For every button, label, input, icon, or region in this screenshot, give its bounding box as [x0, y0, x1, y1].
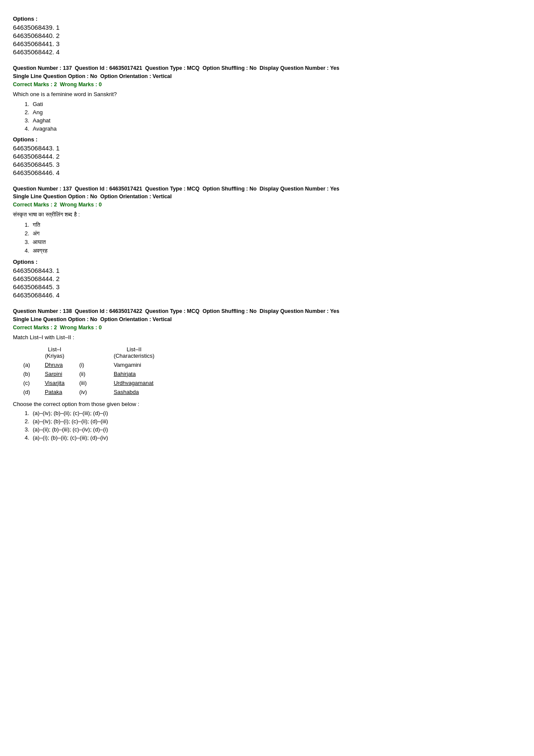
- table-row: (d) Pataka (iv) Sashabda: [22, 387, 168, 397]
- choose-text: Choose the correct option from those giv…: [13, 401, 521, 407]
- option-code-h445: 64635068445. 3: [13, 283, 521, 291]
- table-col1-header: List–I(Kriyas): [43, 345, 78, 360]
- q138-question: Match List–I with List–II :: [13, 334, 521, 341]
- option-num: 1.: [22, 101, 29, 107]
- option-code-2: 64635068440. 2: [13, 32, 521, 39]
- top-options-section: Options : 64635068439. 1 64635068440. 2 …: [13, 16, 521, 56]
- q137-hi-meta: Question Number : 137 Question Id : 6463…: [13, 185, 521, 201]
- list-item: 4.Avagraha: [22, 125, 521, 132]
- option-text: गति: [33, 222, 40, 228]
- row-col2: Urdhvagamanat: [112, 378, 168, 387]
- q137-hi-options-label: Options :: [13, 259, 521, 265]
- row-label: (d): [22, 387, 43, 397]
- row-num: (ii): [78, 369, 112, 378]
- option-code-1: 64635068439. 1: [13, 24, 521, 31]
- option-text: (a)–(iv); (b)–(i); (c)–(ii); (d)–(iii): [33, 418, 108, 425]
- row-label: (c): [22, 378, 43, 387]
- option-text: Avagraha: [33, 125, 56, 132]
- option-text: अंग: [33, 230, 40, 237]
- row-col1: Sarpini: [43, 369, 78, 378]
- option-code-444: 64635068444. 2: [13, 153, 521, 160]
- option-text: (a)–(i); (b)–(ii); (c)–(iii); (d)–(iv): [33, 434, 108, 441]
- q138-section: Question Number : 138 Question Id : 6463…: [13, 307, 521, 441]
- table-header-empty: [22, 345, 43, 360]
- option-num: 3.: [22, 426, 29, 433]
- q138-marks: Correct Marks : 2 Wrong Marks : 0: [13, 325, 521, 331]
- option-text: (a)–(iv); (b)–(ii); (c)–(iii); (d)–(i): [33, 410, 108, 416]
- q137-hi-question: संस्कृत भाषा का स्त्रीलिंग शब्द है :: [13, 211, 521, 218]
- list-item: 4.(a)–(i); (b)–(ii); (c)–(iii); (d)–(iv): [22, 434, 521, 441]
- q137-en-marks: Correct Marks : 2 Wrong Marks : 0: [13, 81, 521, 87]
- option-num: 4.: [22, 247, 29, 254]
- option-num: 2.: [22, 418, 29, 425]
- table-gap: [78, 345, 112, 360]
- q137-en-question: Which one is a feminine word in Sanskrit…: [13, 91, 521, 97]
- row-label: (b): [22, 369, 43, 378]
- row-col2: Vamgamini: [112, 360, 168, 369]
- list-item: 2.(a)–(iv); (b)–(i); (c)–(ii); (d)–(iii): [22, 418, 521, 425]
- row-col1: Pataka: [43, 387, 78, 397]
- list-item: 1.गति: [22, 222, 521, 228]
- list-item: 1.(a)–(iv); (b)–(ii); (c)–(iii); (d)–(i): [22, 410, 521, 416]
- option-code-h444: 64635068444. 2: [13, 275, 521, 282]
- option-code-4: 64635068442. 4: [13, 48, 521, 56]
- list-item: 3.Aaghat: [22, 117, 521, 124]
- option-num: 4.: [22, 125, 29, 132]
- q137-hi-options-list: 1.गति 2.अंग 3.आघात 4.अवग्रह: [22, 222, 521, 254]
- table-row: (c) Visarjita (iii) Urdhvagamanat: [22, 378, 168, 387]
- option-num: 4.: [22, 434, 29, 441]
- top-options-label: Options :: [13, 16, 521, 22]
- list-item: 1.Gati: [22, 101, 521, 107]
- option-num: 2.: [22, 109, 29, 116]
- q137-english-section: Question Number : 137 Question Id : 6463…: [13, 64, 521, 176]
- list-item: 2.Ang: [22, 109, 521, 116]
- table-row: (b) Sarpini (ii) Bahirjata: [22, 369, 168, 378]
- option-code-445: 64635068445. 3: [13, 161, 521, 168]
- list-item: 2.अंग: [22, 230, 521, 237]
- q138-options-list: 1.(a)–(iv); (b)–(ii); (c)–(iii); (d)–(i)…: [22, 410, 521, 441]
- q137-en-options-list: 1.Gati 2.Ang 3.Aaghat 4.Avagraha: [22, 101, 521, 132]
- option-text: आघात: [33, 239, 46, 246]
- list-item: 3.आघात: [22, 239, 521, 246]
- option-text: Gati: [33, 101, 43, 107]
- q137-en-meta: Question Number : 137 Question Id : 6463…: [13, 64, 521, 81]
- row-num: (iii): [78, 378, 112, 387]
- row-num: (i): [78, 360, 112, 369]
- option-code-446: 64635068446. 4: [13, 169, 521, 176]
- row-col2: Bahirjata: [112, 369, 168, 378]
- q138-meta: Question Number : 138 Question Id : 6463…: [13, 307, 521, 324]
- table-col2-header: List–II(Characteristics): [112, 345, 168, 360]
- row-col2: Sashabda: [112, 387, 168, 397]
- row-col1: Dhruva: [43, 360, 78, 369]
- match-table: List–I(Kriyas) List–II(Characteristics) …: [22, 345, 168, 397]
- option-code-3: 64635068441. 3: [13, 40, 521, 47]
- option-text: (a)–(ii); (b)–(iii); (c)–(iv); (d)–(i): [33, 426, 108, 433]
- option-code-h443: 64635068443. 1: [13, 267, 521, 274]
- option-text: Aaghat: [33, 117, 50, 124]
- option-num: 3.: [22, 117, 29, 124]
- option-text: अवग्रह: [33, 247, 47, 254]
- list-item: 3.(a)–(ii); (b)–(iii); (c)–(iv); (d)–(i): [22, 426, 521, 433]
- option-code-443: 64635068443. 1: [13, 144, 521, 152]
- option-num: 1.: [22, 222, 29, 228]
- list-item: 4.अवग्रह: [22, 247, 521, 254]
- option-num: 1.: [22, 410, 29, 416]
- q137-hindi-section: Question Number : 137 Question Id : 6463…: [13, 185, 521, 299]
- option-num: 3.: [22, 239, 29, 246]
- option-code-h446: 64635068446. 4: [13, 291, 521, 299]
- q137-hi-marks: Correct Marks : 2 Wrong Marks : 0: [13, 202, 521, 208]
- row-num: (iv): [78, 387, 112, 397]
- q137-en-options-label: Options :: [13, 136, 521, 143]
- option-num: 2.: [22, 230, 29, 237]
- table-row: (a) Dhruva (i) Vamgamini: [22, 360, 168, 369]
- option-text: Ang: [33, 109, 43, 116]
- row-col1: Visarjita: [43, 378, 78, 387]
- row-label: (a): [22, 360, 43, 369]
